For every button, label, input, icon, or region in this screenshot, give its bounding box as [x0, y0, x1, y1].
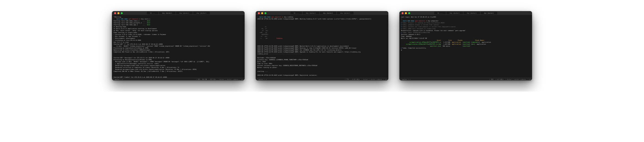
context-status: ✓ docker / docker-compose / ssh	[218, 78, 244, 80]
terminal-body[interactable]: → rails-k8s-demo git:(master) ✗ dip side…	[256, 15, 388, 78]
tab[interactable]: dip (docker)	[446, 12, 463, 14]
terminal-window-rails: ⌘1 ... dip (docker) dip (docker) dip (do…	[112, 11, 245, 80]
tab[interactable]: dip (docker)	[303, 12, 319, 14]
tab[interactable]: ⌘1 ...	[290, 12, 302, 14]
tab-active[interactable]: dip (docker)	[481, 12, 497, 14]
branch-status: ? master • »	[257, 78, 267, 80]
context-status: ✓ docker / docker-compose / ssh	[505, 78, 531, 80]
tab[interactable]: ⌘1 ...	[147, 12, 158, 14]
branch-status: ? master • »	[113, 78, 123, 80]
tab-bar: ⌘1 ... dip (docker) dip (docker) dip (do…	[399, 12, 532, 14]
tab-active[interactable]: dip (docker)	[320, 12, 336, 14]
tab-bar: ⌘1 ... dip (docker) dip (docker) dip (do…	[112, 12, 245, 14]
tab[interactable]: dip (docker)	[337, 12, 354, 14]
terminal-body[interactable]: ^CExiting → rails-k8s-demo git:(master) …	[112, 15, 245, 78]
terminal-body[interactable]: Last login: Wed Jun 17 19:46:19 on ttys0…	[399, 15, 532, 78]
cpu-status: ⚡ 96%	[489, 78, 494, 80]
tab[interactable]: dip (docker)	[193, 12, 210, 14]
titlebar[interactable]: ⌘1 ... dip (docker) dip (docker) dip (do…	[399, 11, 532, 15]
net-status: ⇣ 817 B/s	[209, 78, 216, 80]
branch-status: ? master • »	[400, 78, 410, 80]
mem-status: 934 MB	[202, 78, 207, 80]
terminal-window-sidekiq: ⌘1 ... dip (docker) dip (docker) dip (do…	[256, 11, 388, 80]
tab[interactable]: dip (docker)	[176, 12, 193, 14]
terminal-window-webpacker: ⌘1 ... dip (docker) dip (docker) dip (do…	[399, 11, 532, 80]
tab[interactable]: dip (docker)	[464, 12, 480, 14]
context-status: ✓ docker / docker-compose / ssh	[362, 78, 387, 80]
tab-bar: ⌘1 ... dip (docker) dip (docker) dip (do…	[256, 12, 388, 14]
net-status: ⇣ 4.61 kB/s	[351, 78, 360, 80]
tab-active[interactable]: dip (docker)	[159, 12, 176, 14]
statusbar: ? master • » ⚡ 96% ⇣ 4.6 kB/s ✓ docker /…	[399, 78, 532, 80]
net-status: ⇣ 4.6 kB/s	[495, 78, 504, 80]
cpu-status: ⚡ 77%	[345, 78, 349, 80]
tab[interactable]: ⌘1 ...	[434, 12, 446, 14]
titlebar[interactable]: ⌘1 ... dip (docker) dip (docker) dip (do…	[112, 11, 245, 15]
statusbar: ? master • » ⚡ 77% ⇣ 4.61 kB/s ✓ docker …	[256, 78, 388, 80]
titlebar[interactable]: ⌘1 ... dip (docker) dip (docker) dip (do…	[256, 11, 388, 15]
statusbar: ? master • » ⚡ 83% 934 MB ⇣ 817 B/s ✓ do…	[112, 78, 245, 80]
cpu-status: ⚡ 83%	[196, 78, 200, 80]
